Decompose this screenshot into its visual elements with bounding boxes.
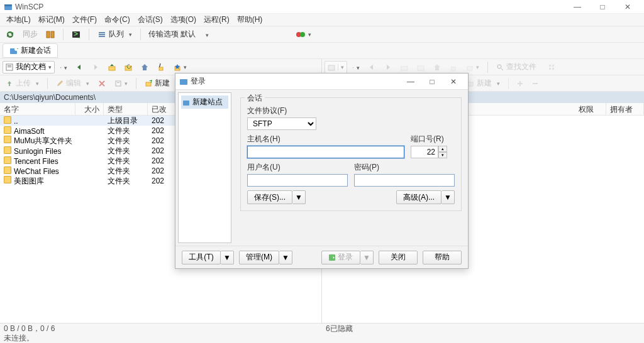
local-home-icon[interactable] <box>138 61 152 74</box>
svg-text:＋: ＋ <box>15 46 18 53</box>
save-button[interactable]: 保存(S)... <box>247 190 292 204</box>
port-spinner[interactable]: ▴▾ <box>411 146 455 158</box>
manage-button[interactable]: 管理(M) <box>239 251 279 264</box>
sync-label: 同步 <box>20 29 40 40</box>
manage-dd[interactable]: ▼ <box>279 251 292 264</box>
queue-button[interactable]: 队列 <box>94 28 135 41</box>
svg-rect-22 <box>328 65 335 70</box>
menubar: 本地(L) 标记(M) 文件(F) 命令(C) 会话(S) 选项(O) 远程(R… <box>0 14 644 26</box>
svg-text:>_: >_ <box>74 30 80 38</box>
new-session-label: 新建会话 <box>21 45 51 56</box>
folder-icon <box>4 126 11 134</box>
folder-icon <box>4 176 11 183</box>
local-dir-combo[interactable]: 我的文档 <box>3 61 55 74</box>
remote-home-icon[interactable] <box>430 61 444 74</box>
remote-dir-icon <box>325 63 338 71</box>
svg-rect-25 <box>452 67 455 70</box>
remote-refresh-icon[interactable] <box>414 61 428 74</box>
remote-combo-extra-dd[interactable]: · <box>350 63 362 72</box>
port-up-icon[interactable]: ▴ <box>438 146 447 152</box>
username-label: 用户名(U) <box>247 162 348 173</box>
menu-local[interactable]: 本地(L) <box>3 14 35 25</box>
login-dd[interactable]: ▼ <box>360 251 374 264</box>
new-site-item[interactable]: 新建站点 <box>181 95 228 109</box>
minimize-button[interactable]: — <box>565 1 590 13</box>
upload-button[interactable]: 上传 <box>3 77 42 90</box>
remote-fwd-icon[interactable] <box>381 61 395 74</box>
new-session-icon: ＋ <box>9 46 18 55</box>
sync-icon[interactable] <box>3 28 18 41</box>
local-properties-icon[interactable] <box>111 77 131 90</box>
remote-dir-combo[interactable]: ▾ <box>325 61 347 74</box>
help-button[interactable]: 帮助 <box>423 251 462 264</box>
port-down-icon[interactable]: ▾ <box>438 152 447 158</box>
remote-new-button[interactable]: 新建 <box>464 77 503 90</box>
remote-plus-icon[interactable] <box>514 77 526 90</box>
svg-rect-39 <box>180 79 187 85</box>
username-input[interactable] <box>247 174 348 187</box>
local-fwd-icon[interactable] <box>89 61 103 74</box>
password-label: 密码(P) <box>354 162 455 173</box>
menu-option[interactable]: 选项(O) <box>167 14 200 25</box>
port-input[interactable] <box>411 146 438 158</box>
maximize-button[interactable]: □ <box>590 1 615 13</box>
local-delete-icon[interactable] <box>95 77 109 90</box>
svg-rect-1 <box>4 4 12 6</box>
svg-point-10 <box>300 32 305 37</box>
tools-button[interactable]: 工具(T) <box>182 251 221 264</box>
menu-session[interactable]: 会话(S) <box>134 14 167 25</box>
menu-remote[interactable]: 远程(R) <box>200 14 233 25</box>
find-files-button[interactable]: 查找文件 <box>493 61 542 74</box>
menu-help[interactable]: 帮助(H) <box>233 14 267 25</box>
site-list[interactable]: 新建站点 <box>178 92 231 243</box>
local-root-icon[interactable]: / <box>154 61 168 74</box>
close-button[interactable]: ✕ <box>615 1 640 13</box>
site-icon <box>182 99 190 106</box>
menu-mark[interactable]: 标记(M) <box>35 14 69 25</box>
advanced-button[interactable]: 高级(A)... <box>396 190 441 204</box>
remote-back-icon[interactable] <box>365 61 379 74</box>
local-back-icon[interactable] <box>72 61 86 74</box>
transfer-settings-label[interactable]: 传输选项 默认 <box>146 29 198 40</box>
local-up-icon[interactable] <box>105 61 119 74</box>
status-right: 6已隐藏 <box>326 324 353 333</box>
svg-rect-16 <box>8 67 11 67</box>
svg-rect-29 <box>549 65 551 67</box>
host-input[interactable] <box>247 146 404 158</box>
svg-rect-30 <box>552 65 554 67</box>
menu-file[interactable]: 文件(F) <box>69 14 101 25</box>
close-dialog-button[interactable]: 关闭 <box>379 251 418 264</box>
save-dd[interactable]: ▼ <box>292 190 306 204</box>
remote-root-icon[interactable] <box>447 61 460 74</box>
connection-icon[interactable] <box>292 28 314 41</box>
compare-icon[interactable] <box>43 28 58 41</box>
svg-rect-7 <box>99 34 105 35</box>
remote-up-icon[interactable] <box>397 61 411 74</box>
port-label: 端口号(R) <box>411 134 455 144</box>
remote-minus-icon[interactable] <box>529 77 541 90</box>
protocol-select[interactable]: SFTP <box>247 117 316 130</box>
svg-rect-23 <box>401 67 408 70</box>
new-session-tab[interactable]: ＋ 新建会话 <box>3 43 58 58</box>
password-input[interactable] <box>354 174 455 187</box>
remote-mode-icon[interactable] <box>545 61 558 74</box>
local-edit-button[interactable]: 编辑 <box>53 77 92 90</box>
terminal-icon[interactable]: >_ <box>69 28 84 41</box>
dialog-maximize-button[interactable]: □ <box>421 75 443 89</box>
svg-rect-38 <box>468 82 473 86</box>
local-combo-extra-dd[interactable]: · <box>57 63 70 72</box>
svg-rect-3 <box>51 31 54 38</box>
host-label: 主机名(H) <box>247 134 404 144</box>
transfer-settings-dd[interactable] <box>201 30 211 39</box>
svg-rect-8 <box>99 36 105 37</box>
local-refresh-icon[interactable] <box>121 61 135 74</box>
advanced-dd[interactable]: ▼ <box>441 190 455 204</box>
local-bookmark-icon[interactable] <box>170 61 190 74</box>
dialog-minimize-button[interactable]: — <box>400 75 421 89</box>
login-button[interactable]: 登录 <box>321 251 360 264</box>
menu-command[interactable]: 命令(C) <box>101 14 134 25</box>
remote-bookmark-icon[interactable] <box>463 61 482 74</box>
dialog-close-button[interactable]: ✕ <box>443 75 464 89</box>
app-title: WinSCP <box>15 3 565 11</box>
tools-dd[interactable]: ▼ <box>221 251 234 264</box>
